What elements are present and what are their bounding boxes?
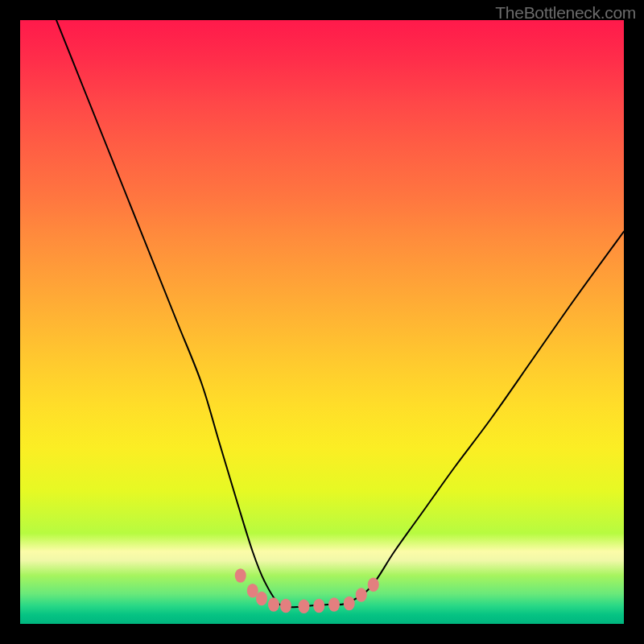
- marker-point: [356, 588, 367, 602]
- marker-point: [247, 584, 258, 598]
- marker-point: [368, 578, 379, 592]
- chart-frame: TheBottleneck.com: [0, 0, 644, 644]
- marker-point: [268, 597, 279, 612]
- curve-layer: [20, 20, 624, 624]
- marker-point: [256, 592, 267, 606]
- watermark-text: TheBottleneck.com: [495, 3, 636, 23]
- marker-point: [280, 599, 291, 613]
- marker-point: [344, 597, 355, 611]
- plot-area: [20, 20, 624, 624]
- marker-point: [328, 597, 340, 612]
- bottleneck-curve: [56, 20, 624, 607]
- marker-point: [313, 599, 324, 613]
- marker-point: [235, 568, 246, 583]
- marker-point: [299, 600, 310, 614]
